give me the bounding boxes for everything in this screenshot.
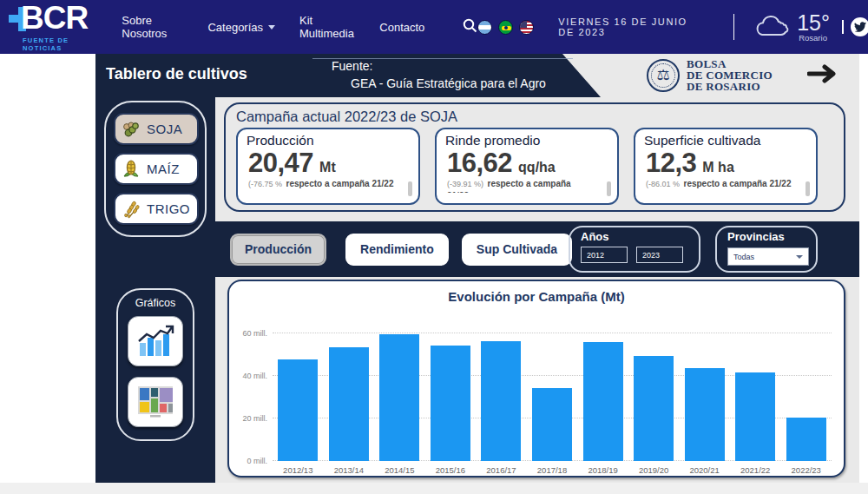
bar-slot [324,316,375,461]
cloud-icon [753,14,790,40]
current-date: VIERNES 16 DE JUNIO DE 2023 [558,16,704,37]
bar-2018/19[interactable] [583,342,623,461]
nav-link-label: Contacto [379,21,424,34]
treemap-view-button[interactable] [128,377,183,427]
dashboard-title: Tablero de cultivos [106,65,247,83]
provinces-selected-value: Todas [733,253,754,261]
bar-2019/20[interactable] [634,356,674,461]
kpi-card-note: (-86.01 % respecto a campaña 21/22 [646,177,793,193]
bar-chart-view-button[interactable] [128,316,183,366]
nav-links: Sobre Nosotros Categorías Kit Multimedia… [122,14,477,40]
bar-2021/22[interactable] [735,372,775,461]
bar-slot [273,316,324,461]
card-scrollbar[interactable] [806,181,810,196]
kpi-card-note: (-39.91 %) respecto a campaña 21/22 [447,177,595,193]
x-axis-tick-label: 2015/16 [425,465,477,475]
search-icon[interactable] [463,18,477,36]
card-scrollbar[interactable] [607,181,611,196]
bcr-logo-subtitle: FUENTE DE NOTICIAS [23,36,101,52]
kpi-title: Campaña actual 2022/23 de SOJA [236,109,833,125]
bar-2013/14[interactable] [329,347,369,461]
twitter-icon[interactable] [851,17,868,36]
screen: BCR FUENTE DE NOTICIAS Sobre Nosotros Ca… [0,0,868,494]
usa-flag-icon[interactable] [519,20,534,35]
y-axis-tick-label: 0 mill. [233,457,267,465]
bolsa-name: BOLSA DE COMERCIO DE ROSARIO [687,58,773,92]
nav-link-label: Kit Multimedia [299,14,355,40]
nav-link-contacto[interactable]: Contacto [379,21,424,34]
chart-section: Evolución por Campaña (Mt) 0 mill.20 mil… [215,277,859,483]
chevron-down-icon [796,255,803,259]
wheat-icon [121,199,141,220]
year-to-input[interactable] [636,247,683,263]
source-block: Fuente: GEA - Guía Estratégica para el A… [332,57,546,92]
kpi-cards: Producción 20,47 Mt (-76.75 % respecto a… [236,128,833,205]
nav-link-label: Categorías [207,21,263,34]
bar-slot [780,316,832,461]
nav-link-categorias[interactable]: Categorías [207,21,275,34]
argentina-flag-icon[interactable] [477,20,492,35]
bar-slot [476,316,527,461]
crop-button-soja[interactable]: SOJA [114,113,199,145]
card-scrollbar[interactable] [408,181,412,196]
x-axis-tick-label: 2020/21 [679,465,730,475]
brazil-flag-icon[interactable] [498,20,513,35]
divider [733,14,734,40]
bar-slot [628,316,680,461]
dashboard-header: Tablero de cultivos Fuente: GEA - Guía E… [95,54,859,97]
crop-label: MAÍZ [147,161,180,176]
kpi-card-delta: (-86.01 % [646,180,680,188]
weather-city: Rosario [799,33,830,43]
bar-2012/13[interactable] [278,359,318,461]
kpi-card-unit: M ha [702,160,733,175]
bar-2022/23[interactable] [786,418,826,461]
kpi-section: Campaña actual 2022/23 de SOJA Producció… [215,97,859,221]
bar-chart-up-icon [136,324,174,359]
nav-link-sobre-nosotros[interactable]: Sobre Nosotros [122,14,183,40]
years-label: Años [581,230,688,243]
provinces-dropdown[interactable]: Todas [727,247,809,266]
dashboard-body: SOJA MAÍZ [95,97,859,483]
crop-button-trigo[interactable]: TRIGO [114,193,199,225]
y-axis-tick-label: 60 mill. [233,329,267,338]
x-axis-tick-label: 2013/14 [324,465,375,475]
bar-slot [730,316,781,461]
tab-sup-cultivada[interactable]: Sup Cultivada [462,234,572,266]
bar-2015/16[interactable] [431,346,470,461]
kpi-card-unit: qq/ha [518,160,556,175]
year-from-input[interactable] [581,247,628,263]
x-axis-tick-label: 2016/17 [476,465,527,475]
provinces-label: Provincias [727,230,806,243]
bolsa-seal-icon: ⚖ [647,59,680,92]
kpi-card-value: 12,3 [646,149,696,177]
crops-dashboard: Tablero de cultivos Fuente: GEA - Guía E… [95,54,859,483]
tab-produccion[interactable]: Producción [230,234,326,266]
bar-2017/18[interactable] [532,388,572,461]
nav-link-kit-multimedia[interactable]: Kit Multimedia [299,14,355,40]
bcr-logo[interactable]: BCR FUENTE DE NOTICIAS [7,3,101,50]
social-links [842,17,859,36]
bar-2014/15[interactable] [379,334,419,461]
page-bottom-strip [0,483,868,494]
source-label: Fuente: [332,57,546,75]
bar-slot [425,316,477,461]
kpi-card-value: 20,47 [248,149,313,177]
forward-arrow-button[interactable] [807,64,840,86]
y-axis-tick-label: 20 mill. [233,414,267,423]
source-value: GEA - Guía Estratégica para el Agro [351,75,546,92]
bar-2016/17[interactable] [481,341,521,461]
navbar-right: VIERNES 16 DE JUNIO DE 2023 15° Rosario [477,12,859,43]
bar-slot [527,316,578,461]
tab-rendimiento[interactable]: Rendimiento [345,234,449,266]
x-axis-tick-label: 2018/19 [577,465,628,475]
controls-band: Producción Rendimiento Sup Cultivada Año… [215,221,859,277]
crop-button-maiz[interactable]: MAÍZ [114,153,199,185]
bar-slot [679,316,730,461]
forward-arrow-icon [807,64,840,83]
bar-2020/21[interactable] [685,368,725,461]
kpi-card-rinde: Rinde promedio 16,62 qq/ha (-39.91 %) re… [435,128,619,205]
kpi-container: Campaña actual 2022/23 de SOJA Producció… [224,102,845,212]
x-axis-tick-label: 2021/22 [730,465,781,475]
treemap-icon [136,385,174,419]
kpi-card-produccion: Producción 20,47 Mt (-76.75 % respecto a… [236,128,420,205]
